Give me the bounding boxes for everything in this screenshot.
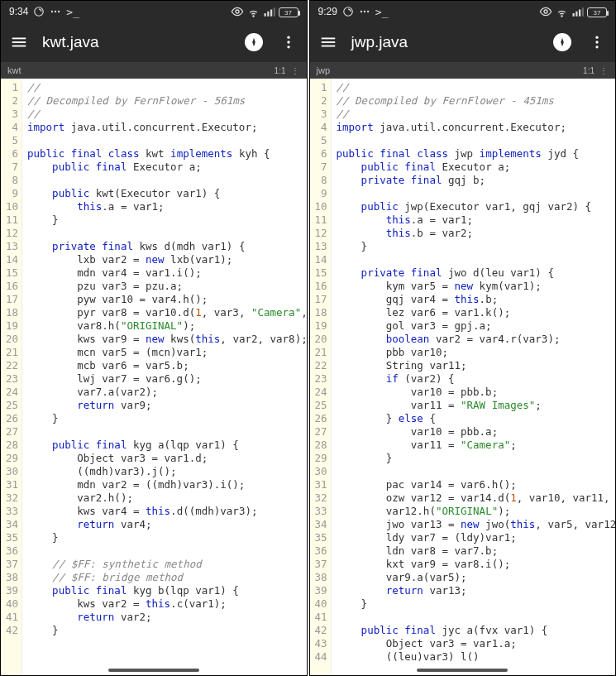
code-line[interactable]: private final jwo d(leu var1) {	[337, 266, 613, 280]
code-line[interactable]: //	[27, 81, 303, 94]
code-line[interactable]	[337, 187, 613, 200]
code-line[interactable]: gqj var4 = this.b;	[337, 293, 613, 306]
code-line[interactable]: gol var3 = gpj.a;	[337, 319, 613, 333]
code-line[interactable]: public final class kwt implements kyh {	[27, 147, 303, 161]
code-line[interactable]: this.a = var1;	[337, 213, 613, 227]
code-line[interactable]: ldn var8 = var7.b;	[337, 544, 613, 558]
code-line[interactable]: // Decompiled by FernFlower - 561ms	[27, 94, 303, 108]
code-line[interactable]: var10 = pbb.a;	[337, 425, 613, 439]
code-line[interactable]: Object var3 = var1.a;	[337, 637, 613, 650]
code-line[interactable]: ozw var12 = var14.d(1, var10, var11, "dn…	[337, 491, 613, 505]
code-line[interactable]: boolean var2 = var4.r(var3);	[337, 333, 613, 346]
code-line[interactable]: this.b = var2;	[337, 227, 613, 240]
home-indicator[interactable]	[417, 669, 508, 672]
code-line[interactable]: jwo var13 = new jwo(this, var5, var12);	[337, 518, 613, 531]
code-line[interactable]: }	[27, 531, 303, 544]
code-line[interactable]: mcn var5 = (mcn)var1;	[27, 346, 303, 359]
code-line[interactable]: }	[27, 412, 303, 425]
code-editor[interactable]: 1234567891011121314151617181920212223242…	[1, 79, 307, 675]
code-line[interactable]	[27, 227, 303, 240]
code-line[interactable]: mdn var4 = var1.i();	[27, 266, 303, 280]
tab-menu-icon[interactable]: ⋮	[291, 66, 300, 75]
code-line[interactable]: ((leu)var3) l()	[337, 650, 613, 664]
menu-button[interactable]	[7, 31, 31, 54]
overflow-button[interactable]	[277, 31, 300, 54]
code-line[interactable]: pyr var8 = var10.d(1, var3, "Camera", "d…	[27, 306, 303, 319]
code-line[interactable]: var10 = pbb.b;	[337, 386, 613, 399]
code-line[interactable]: }	[27, 624, 303, 637]
code-line[interactable]: public final jyc a(fvx var1) {	[337, 624, 613, 637]
code-line[interactable]: public final kyg a(lqp var1) {	[27, 439, 303, 452]
code-line[interactable]: mcb var6 = var5.b;	[27, 359, 303, 372]
code-line[interactable]: public final Executor a;	[337, 161, 613, 174]
code-line[interactable]: kws var2 = this.c(var1);	[27, 597, 303, 611]
code-line[interactable]: import java.util.concurrent.Executor;	[337, 121, 613, 134]
tab-name[interactable]: kwt	[7, 65, 21, 75]
code-line[interactable]: return var4;	[27, 518, 303, 531]
code-line[interactable]: var7.a(var2);	[27, 386, 303, 399]
home-indicator[interactable]	[108, 669, 199, 672]
code-line[interactable]: }	[337, 240, 613, 253]
code-line[interactable]: kym var5 = new kym(var1);	[337, 280, 613, 293]
code-line[interactable]: public final kyg b(lqp var1) {	[27, 584, 303, 597]
code-line[interactable]: if (var2) {	[337, 372, 613, 386]
code-line[interactable]: var12.h("ORIGINAL");	[337, 505, 613, 518]
code-line[interactable]: }	[337, 597, 613, 611]
code-line[interactable]: mdn var2 = ((mdh)var3).i();	[27, 478, 303, 491]
code-line[interactable]: return var2;	[27, 611, 303, 624]
code-line[interactable]: var2.h();	[27, 491, 303, 505]
code-line[interactable]: public final class jwp implements jyd {	[337, 147, 613, 161]
code-line[interactable]: lwj var7 = var6.g();	[27, 372, 303, 386]
code-content[interactable]: //// Decompiled by FernFlower - 561ms//i…	[22, 79, 307, 675]
code-line[interactable]: var9.a(var5);	[337, 571, 613, 584]
code-line[interactable]: //	[337, 108, 613, 121]
code-line[interactable]: }	[27, 213, 303, 227]
code-line[interactable]: } else {	[337, 412, 613, 425]
overflow-button[interactable]	[585, 31, 609, 54]
code-line[interactable]: var11 = "RAW Images";	[337, 399, 613, 412]
code-line[interactable]: private final kws d(mdh var1) {	[27, 240, 303, 253]
code-line[interactable]: pbb var10;	[337, 346, 613, 359]
code-line[interactable]: ldy var7 = (ldy)var1;	[337, 531, 613, 544]
code-line[interactable]	[27, 174, 303, 187]
code-line[interactable]: // $FF: synthetic method	[27, 558, 303, 571]
compass-button[interactable]	[551, 31, 574, 54]
code-line[interactable]	[27, 425, 303, 439]
code-line[interactable]: var8.h("ORIGINAL");	[27, 319, 303, 333]
code-line[interactable]: return var13;	[337, 584, 613, 597]
code-line[interactable]: public kwt(Executor var1) {	[27, 187, 303, 200]
code-line[interactable]: ((mdh)var3).j();	[27, 465, 303, 478]
compass-button[interactable]	[242, 31, 265, 54]
code-line[interactable]	[337, 465, 613, 478]
code-line[interactable]: return var9;	[27, 399, 303, 412]
code-editor[interactable]: 1234567891011121314151617181920212223242…	[310, 79, 616, 675]
code-line[interactable]	[337, 134, 613, 147]
code-line[interactable]	[337, 611, 613, 624]
code-line[interactable]: pzu var3 = pzu.a;	[27, 280, 303, 293]
code-line[interactable]: var11 = "Camera";	[337, 439, 613, 452]
code-line[interactable]: // $FF: bridge method	[27, 571, 303, 584]
code-line[interactable]: kws var9 = new kws(this, var2, var8);	[27, 333, 303, 346]
code-line[interactable]: lxb var2 = new lxb(var1);	[27, 253, 303, 266]
code-line[interactable]	[27, 544, 303, 558]
tab-name[interactable]: jwp	[317, 65, 331, 75]
tab-menu-icon[interactable]: ⋮	[599, 66, 609, 75]
code-line[interactable]: }	[337, 452, 613, 465]
code-line[interactable]	[337, 253, 613, 266]
code-line[interactable]: Object var3 = var1.d;	[27, 452, 303, 465]
code-line[interactable]: String var11;	[337, 359, 613, 372]
code-line[interactable]: private final gqj b;	[337, 174, 613, 187]
code-line[interactable]: public jwp(Executor var1, gqj var2) {	[337, 200, 613, 213]
code-line[interactable]: pac var14 = var6.h();	[337, 478, 613, 491]
code-content[interactable]: //// Decompiled by FernFlower - 451ms//i…	[332, 79, 616, 675]
code-line[interactable]: import java.util.concurrent.Executor;	[27, 121, 303, 134]
code-line[interactable]: kxt var9 = var8.i();	[337, 558, 613, 571]
menu-button[interactable]	[317, 31, 340, 54]
code-line[interactable]: // Decompiled by FernFlower - 451ms	[337, 94, 613, 108]
code-line[interactable]: //	[337, 81, 613, 94]
code-line[interactable]: public final Executor a;	[27, 161, 303, 174]
code-line[interactable]	[27, 134, 303, 147]
code-line[interactable]: //	[27, 108, 303, 121]
code-line[interactable]: lez var6 = var1.k();	[337, 306, 613, 319]
code-line[interactable]: this.a = var1;	[27, 200, 303, 213]
